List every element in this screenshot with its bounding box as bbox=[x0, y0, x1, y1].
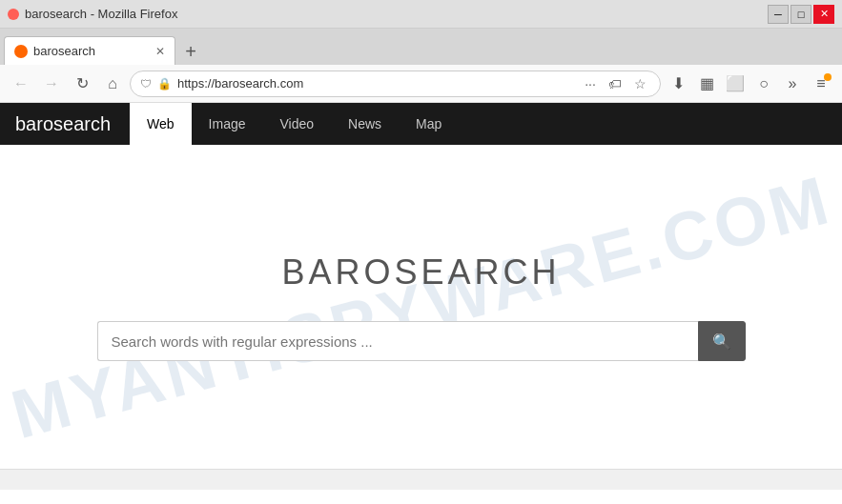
site-logo: barosearch bbox=[15, 113, 111, 135]
titlebar-controls: ─ □ ✕ bbox=[768, 5, 834, 24]
nav-item-news[interactable]: News bbox=[331, 103, 399, 145]
browser-tab[interactable]: barosearch ✕ bbox=[4, 36, 175, 65]
navbar: ← → ↻ ⌂ 🛡 🔒 https://barosearch.com ··· 🏷… bbox=[0, 65, 842, 103]
address-actions: ··· 🏷 ☆ bbox=[580, 73, 650, 94]
synced-tabs-button[interactable]: ⬜ bbox=[722, 71, 749, 97]
overflow-button[interactable]: » bbox=[779, 71, 806, 97]
nav-item-image[interactable]: Image bbox=[192, 103, 263, 145]
minimize-button[interactable]: ─ bbox=[768, 5, 789, 24]
reload-button[interactable]: ↻ bbox=[69, 71, 95, 97]
pocket-button[interactable]: 🏷 bbox=[605, 73, 626, 94]
search-input[interactable] bbox=[97, 321, 698, 361]
new-tab-button[interactable]: + bbox=[177, 38, 204, 65]
titlebar-left: barosearch - Mozilla Firefox bbox=[8, 7, 177, 21]
account-button[interactable]: ○ bbox=[750, 71, 777, 97]
url-text: https://barosearch.com bbox=[177, 76, 574, 91]
downloads-button[interactable]: ⬇ bbox=[665, 71, 691, 97]
more-button[interactable]: ··· bbox=[580, 73, 601, 94]
titlebar-title: barosearch - Mozilla Firefox bbox=[25, 7, 177, 21]
main-content: MYANTISPYWARE.COM BAROSEARCH 🔍 bbox=[0, 145, 842, 469]
back-button[interactable]: ← bbox=[8, 71, 34, 97]
site-nav: barosearch Web Image Video News Map bbox=[0, 103, 842, 145]
search-container: 🔍 bbox=[97, 321, 746, 361]
forward-button[interactable]: → bbox=[38, 71, 65, 97]
tab-favicon bbox=[14, 45, 28, 58]
tabbar: barosearch ✕ + bbox=[0, 29, 842, 65]
titlebar: barosearch - Mozilla Firefox ─ □ ✕ bbox=[0, 0, 842, 29]
statusbar bbox=[0, 469, 842, 490]
search-button[interactable]: 🔍 bbox=[698, 321, 746, 361]
home-button[interactable]: ⌂ bbox=[99, 71, 126, 97]
close-button[interactable]: ✕ bbox=[813, 5, 834, 24]
close-traffic-light[interactable] bbox=[8, 9, 19, 20]
traffic-lights bbox=[8, 9, 19, 20]
tab-title: barosearch bbox=[33, 44, 95, 58]
nav-item-map[interactable]: Map bbox=[399, 103, 459, 145]
site-title: BAROSEARCH bbox=[281, 252, 560, 292]
nav-item-web[interactable]: Web bbox=[130, 103, 192, 145]
shield-icon: 🛡 bbox=[140, 77, 152, 91]
nav-right-buttons: ⬇ ▦ ⬜ ○ » ≡ bbox=[665, 71, 834, 97]
bookmark-button[interactable]: ☆ bbox=[629, 73, 650, 94]
history-button[interactable]: ▦ bbox=[693, 71, 720, 97]
nav-item-video[interactable]: Video bbox=[263, 103, 332, 145]
notification-dot bbox=[824, 73, 832, 81]
maximize-button[interactable]: □ bbox=[791, 5, 811, 24]
search-icon: 🔍 bbox=[712, 333, 731, 351]
tab-close-button[interactable]: ✕ bbox=[155, 45, 165, 58]
watermark: MYANTISPYWARE.COM bbox=[3, 160, 838, 454]
address-bar[interactable]: 🛡 🔒 https://barosearch.com ··· 🏷 ☆ bbox=[130, 71, 661, 97]
menu-button[interactable]: ≡ bbox=[808, 71, 834, 97]
lock-icon: 🔒 bbox=[157, 77, 172, 91]
